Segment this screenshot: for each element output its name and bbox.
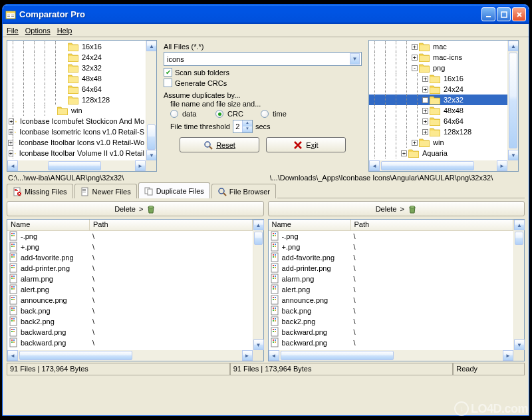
scrollbar-horizontal[interactable]: ◄► <box>269 350 514 361</box>
tree-item[interactable]: 16x16 <box>7 41 146 52</box>
radio-crc[interactable] <box>215 110 223 118</box>
col-name[interactable]: Name <box>7 220 90 230</box>
svg-rect-87 <box>273 246 274 247</box>
list-item[interactable]: add-printer.png\ <box>7 263 253 274</box>
radio-time[interactable] <box>261 110 269 118</box>
list-item[interactable]: backward.png\ <box>269 337 514 348</box>
tree-item[interactable]: +48x48 <box>369 105 507 116</box>
exit-button[interactable]: Exit <box>266 137 346 152</box>
left-file-list[interactable]: Name Path -.png\+.png\add-favorite.png\a… <box>7 219 264 361</box>
list-item[interactable]: -.png\ <box>269 231 514 242</box>
expand-icon[interactable]: + <box>412 44 418 50</box>
tree-item[interactable]: +Iconbase Icombufet Stockicon And Mo <box>7 116 146 126</box>
threshold-spinner[interactable]: 2 ▲▼ <box>233 120 253 133</box>
list-item[interactable]: back.png\ <box>7 306 253 316</box>
maximize-button[interactable] <box>497 7 511 21</box>
tree-item[interactable]: 48x48 <box>7 73 146 84</box>
expand-icon[interactable]: + <box>422 118 428 124</box>
list-item[interactable]: alarm.png\ <box>269 274 514 284</box>
tab-newer-files[interactable]: Newer Files <box>74 184 137 198</box>
expand-icon[interactable]: + <box>401 150 407 156</box>
list-item[interactable]: back.png\ <box>269 306 514 316</box>
expand-icon[interactable]: + <box>412 55 418 61</box>
col-path[interactable]: Path <box>90 220 253 230</box>
tree-item[interactable]: 24x24 <box>7 52 146 63</box>
svg-rect-30 <box>11 244 13 245</box>
radio-data[interactable] <box>170 110 178 118</box>
tree-item[interactable]: 128x128 <box>7 95 146 105</box>
tree-item[interactable]: +128x128 <box>369 126 507 137</box>
expand-icon[interactable]: + <box>422 76 428 82</box>
list-item[interactable]: add-favorite.png\ <box>269 252 514 263</box>
delete-left-button[interactable]: Delete> <box>7 201 264 216</box>
close-button[interactable] <box>512 7 526 21</box>
chevron-down-icon[interactable]: ▼ <box>350 53 360 65</box>
svg-rect-3 <box>7 16 10 17</box>
expand-icon[interactable]: + <box>412 140 418 146</box>
col-name[interactable]: Name <box>269 220 351 230</box>
list-item[interactable]: announce.png\ <box>7 295 253 306</box>
tree-item[interactable]: 32x32 <box>7 63 146 73</box>
tree-item[interactable]: +Iconbase Itoolbar Icons v1.0 Retail-Wo <box>7 137 146 148</box>
scrollbar-horizontal[interactable]: ◄► <box>7 160 146 171</box>
menubar: File Options Help <box>3 24 529 37</box>
expand-icon[interactable]: + <box>422 108 428 114</box>
minimize-button[interactable] <box>481 7 495 21</box>
scrollbar-vertical[interactable]: ▲ ▼ <box>513 220 524 350</box>
right-folder-tree[interactable]: +mac+mac-icns-png+16x16+24x24+32x32+48x4… <box>368 40 519 172</box>
list-item[interactable]: add-favorite.png\ <box>7 252 253 263</box>
expand-icon[interactable]: + <box>422 87 428 93</box>
tree-item[interactable]: +Iconbase Isometric Icons v1.0 Retail-S <box>7 126 146 137</box>
tree-item[interactable]: +mac <box>369 41 507 52</box>
tree-item[interactable]: +32x32 <box>369 95 507 105</box>
list-item[interactable]: -.png\ <box>7 231 253 242</box>
tab-missing-files[interactable]: Missing Files <box>7 184 73 198</box>
list-item[interactable]: alert.png\ <box>7 284 253 295</box>
right-file-list[interactable]: Name Path -.png\+.png\add-favorite.png\a… <box>268 219 525 361</box>
tree-item[interactable]: 64x64 <box>7 84 146 95</box>
titlebar[interactable]: Comparator Pro <box>3 5 529 24</box>
list-item[interactable]: +.png\ <box>269 242 514 252</box>
tree-item[interactable]: win <box>7 105 146 116</box>
svg-rect-57 <box>11 299 13 300</box>
generate-crcs-checkbox[interactable] <box>164 79 172 87</box>
tree-item[interactable]: +win <box>369 137 507 148</box>
list-item[interactable]: backward.png\ <box>269 327 514 337</box>
list-item[interactable]: back2.png\ <box>7 316 253 327</box>
list-item[interactable]: back2.png\ <box>269 316 514 327</box>
scrollbar-vertical[interactable]: ▲ ▼ <box>507 41 518 160</box>
tree-item[interactable]: +24x24 <box>369 84 507 95</box>
svg-rect-75 <box>11 339 13 341</box>
menu-options[interactable]: Options <box>25 27 51 35</box>
list-item[interactable]: alert.png\ <box>269 284 514 295</box>
collapse-icon[interactable]: - <box>412 65 418 71</box>
tree-item[interactable]: -png <box>369 63 507 73</box>
expand-icon[interactable]: + <box>422 97 428 103</box>
scrollbar-vertical[interactable]: ▲ ▼ <box>253 220 263 350</box>
list-item[interactable]: add-printer.png\ <box>269 263 514 274</box>
col-path[interactable]: Path <box>351 220 514 230</box>
menu-file[interactable]: File <box>7 27 19 35</box>
tree-item[interactable]: +64x64 <box>369 116 507 126</box>
reset-button[interactable]: Reset <box>180 137 259 152</box>
scan-subfolders-checkbox[interactable]: ✔ <box>164 68 172 77</box>
filter-combo[interactable]: icons ▼ <box>164 52 362 66</box>
list-item[interactable]: alarm.png\ <box>7 274 253 284</box>
left-folder-tree[interactable]: 16x1624x2432x3248x4864x64128x128win+Icon… <box>7 40 157 172</box>
scrollbar-vertical[interactable]: ▲ ▼ <box>146 41 156 160</box>
menu-help[interactable]: Help <box>57 27 72 35</box>
tree-item[interactable]: +Iconbase Itoolbar Volume II v1.0 Retail <box>7 148 146 158</box>
list-item[interactable]: announce.png\ <box>269 295 514 306</box>
tab-duplicate-files[interactable]: Duplicate Files <box>138 182 210 198</box>
expand-icon[interactable]: + <box>422 129 428 135</box>
tree-item[interactable]: +Aquaria <box>369 148 507 158</box>
tree-item[interactable]: +mac-icns <box>369 52 507 63</box>
delete-right-button[interactable]: Delete> <box>268 201 525 216</box>
list-item[interactable]: backward.png\ <box>7 337 253 348</box>
list-item[interactable]: backward.png\ <box>7 327 253 337</box>
list-item[interactable]: +.png\ <box>7 242 253 252</box>
tab-file-browser[interactable]: File Browser <box>211 184 276 198</box>
tree-item[interactable]: +16x16 <box>369 73 507 84</box>
scrollbar-horizontal[interactable]: ◄► <box>369 160 507 171</box>
scrollbar-horizontal[interactable]: ◄► <box>7 350 253 361</box>
